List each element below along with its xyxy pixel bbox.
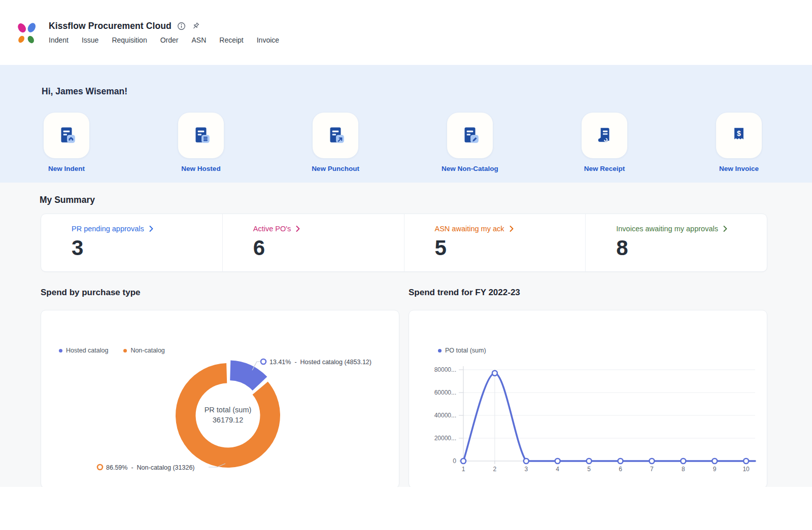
svg-text:1: 1 (462, 466, 465, 473)
quick-action-new-hosted[interactable]: New Hosted (168, 113, 234, 172)
summary-value: 3 (72, 237, 222, 259)
summary-label: Invoices awaiting my approvals (616, 225, 718, 233)
tile-label: New Indent (48, 165, 85, 172)
quick-actions: New Indent New Hosted (33, 113, 772, 172)
nav-requisition[interactable]: Requisition (112, 36, 147, 44)
svg-text:80000...: 80000... (434, 366, 456, 373)
svg-text:13.41%-Hosted catalog (4853.12: 13.41%-Hosted catalog (4853.12) (269, 359, 371, 366)
svg-text:PR total (sum): PR total (sum) (205, 406, 252, 414)
nav-receipt[interactable]: Receipt (219, 36, 243, 44)
svg-text:3: 3 (524, 466, 528, 473)
svg-text:5: 5 (587, 466, 591, 473)
dashboard-body: My Summary PR pending approvals 3 Active… (0, 183, 812, 487)
chevron-right-icon (296, 226, 300, 232)
svg-text:86.59%-Non-catalog (31326): 86.59%-Non-catalog (31326) (106, 464, 195, 471)
tile-label: New Non-Catalog (442, 165, 498, 172)
summary-value: 5 (435, 237, 586, 259)
document-arrow-icon (325, 125, 346, 146)
tile-label: New Invoice (719, 165, 759, 172)
nav-issue[interactable]: Issue (82, 36, 98, 44)
chevron-right-icon (723, 226, 727, 232)
receipt-roll-icon (594, 125, 615, 146)
svg-text:2: 2 (493, 466, 497, 473)
spend-by-purchase-type-block: Spend by purchase type Hosted catalog No… (41, 287, 399, 487)
app-title: Kissflow Procurement Cloud (49, 21, 172, 31)
quick-action-new-non-catalog[interactable]: New Non-Catalog (437, 113, 503, 172)
tile-label: New Receipt (584, 165, 625, 172)
document-edit-icon (459, 125, 481, 146)
header-text-block: Kissflow Procurement Cloud Indent Issue … (49, 21, 279, 44)
line-legend: PO total (sum) (438, 347, 486, 354)
svg-text:10: 10 (742, 466, 750, 473)
charts-row: Spend by purchase type Hosted catalog No… (41, 287, 767, 487)
summary-heading: My Summary (0, 183, 812, 206)
quick-action-new-invoice[interactable]: $ New Invoice (706, 113, 772, 172)
donut-chart-card: Hosted catalog Non-catalog PR total (sum… (41, 310, 399, 487)
svg-text:$: $ (737, 129, 741, 137)
quick-action-new-receipt[interactable]: New Receipt (571, 113, 637, 172)
summary-card: PR pending approvals 3 Active PO's 6 ASN… (41, 214, 767, 272)
nav-order[interactable]: Order (160, 36, 179, 44)
document-database-icon (190, 125, 212, 146)
greeting: Hi, James Wiseman! (0, 65, 812, 97)
new-hosted-tile[interactable] (178, 113, 224, 158)
summary-value: 6 (253, 237, 404, 259)
svg-text:40000...: 40000... (434, 412, 456, 419)
summary-col-active-pos: Active PO's 6 (222, 214, 404, 271)
svg-text:6: 6 (619, 466, 622, 473)
summary-label: Active PO's (253, 225, 291, 233)
app-header: Kissflow Procurement Cloud Indent Issue … (0, 0, 812, 65)
invoice-dollar-icon: $ (728, 125, 750, 146)
svg-text:60000...: 60000... (434, 389, 456, 396)
hero-section: Hi, James Wiseman! New Indent (0, 65, 812, 183)
legend-label: PO total (sum) (445, 347, 486, 354)
summary-value: 8 (616, 237, 767, 259)
donut-legend: Hosted catalog Non-catalog (59, 347, 165, 354)
summary-col-pr-pending: PR pending approvals 3 (41, 214, 222, 271)
nav-indent[interactable]: Indent (49, 36, 69, 44)
asn-awaiting-ack-link[interactable]: ASN awaiting my ack (435, 225, 586, 233)
svg-text:9: 9 (713, 466, 717, 473)
svg-text:0: 0 (453, 457, 456, 465)
tile-label: New Punchout (312, 165, 359, 172)
svg-text:36179.12: 36179.12 (213, 416, 243, 424)
quick-action-new-indent[interactable]: New Indent (33, 113, 99, 172)
pr-pending-approvals-link[interactable]: PR pending approvals (72, 225, 222, 233)
new-receipt-tile[interactable] (582, 113, 627, 158)
donut-chart: PR total (sum)36179.1213.41%-Hosted cata… (41, 310, 399, 487)
main-nav: Indent Issue Requisition Order ASN Recei… (49, 36, 279, 44)
info-icon[interactable] (177, 22, 186, 30)
tile-label: New Hosted (181, 165, 220, 172)
legend-dot-orange (123, 349, 127, 352)
new-indent-tile[interactable] (44, 113, 89, 158)
nav-asn[interactable]: ASN (191, 36, 206, 44)
spend-trend-block: Spend trend for FY 2022-23 PO total (sum… (409, 287, 767, 487)
document-home-icon (56, 125, 77, 146)
legend-non-catalog[interactable]: Non-catalog (123, 347, 164, 354)
summary-label: PR pending approvals (72, 225, 144, 233)
legend-dot-blue (59, 349, 62, 352)
chevron-right-icon (149, 226, 153, 232)
svg-text:8: 8 (682, 466, 685, 473)
nav-invoice[interactable]: Invoice (257, 36, 279, 44)
new-non-catalog-tile[interactable] (447, 113, 493, 158)
line-chart-title: Spend trend for FY 2022-23 (409, 287, 767, 298)
donut-chart-title: Spend by purchase type (41, 287, 399, 298)
chevron-right-icon (510, 226, 514, 232)
svg-text:20000...: 20000... (434, 435, 456, 442)
line-chart-card: PO total (sum) 020000...40000...60000...… (409, 310, 767, 487)
svg-text:7: 7 (650, 466, 654, 473)
summary-label: ASN awaiting my ack (435, 225, 504, 233)
legend-po-total[interactable]: PO total (sum) (438, 347, 486, 354)
new-invoice-tile[interactable]: $ (716, 113, 762, 158)
invoices-awaiting-approvals-link[interactable]: Invoices awaiting my approvals (616, 225, 767, 233)
legend-hosted-catalog[interactable]: Hosted catalog (59, 347, 108, 354)
legend-label: Hosted catalog (66, 347, 108, 354)
new-punchout-tile[interactable] (313, 113, 358, 158)
active-pos-link[interactable]: Active PO's (253, 225, 404, 233)
legend-dot-blue (438, 349, 442, 352)
summary-col-asn-awaiting: ASN awaiting my ack 5 (404, 214, 586, 271)
summary-col-invoices-awaiting: Invoices awaiting my approvals 8 (585, 214, 767, 271)
pin-icon[interactable] (191, 22, 200, 30)
quick-action-new-punchout[interactable]: New Punchout (302, 113, 368, 172)
